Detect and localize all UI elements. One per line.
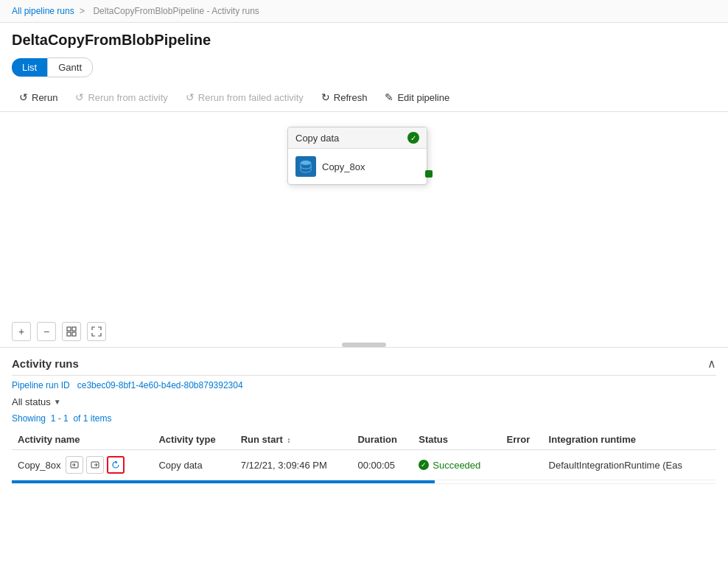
green-block-indicator (425, 170, 433, 178)
col-run-start-label: Run start (241, 434, 283, 445)
showing-label: Showing (12, 413, 46, 424)
output-icon (91, 460, 99, 469)
copy-data-icon (295, 156, 316, 177)
col-integration-runtime: Integration runtime (543, 429, 716, 450)
col-error: Error (501, 429, 543, 450)
rerun-from-activity-label: Rerun from activity (88, 92, 167, 103)
col-activity-type-label: Activity type (158, 434, 215, 445)
edit-icon: ✎ (385, 91, 393, 103)
table-header: Activity name Activity type Run start ↕ … (12, 429, 716, 450)
expand-icon (91, 326, 102, 337)
section-title: Activity runs (12, 357, 79, 370)
col-status-label: Status (419, 434, 448, 445)
breadcrumb-current: DeltaCopyFromBlobPipeline - Activity run… (93, 6, 259, 16)
refresh-label: Refresh (334, 92, 368, 103)
svg-rect-5 (72, 332, 76, 336)
progress-bar-cell (12, 480, 716, 484)
showing-count: Showing 1 - 1 of 1 items (12, 410, 716, 429)
col-run-start[interactable]: Run start ↕ (235, 429, 352, 450)
toggle-list-button[interactable]: List (12, 58, 47, 77)
progress-bar (12, 480, 435, 483)
cell-status: ✓ Succeeded (413, 450, 500, 480)
toolbar: ↺ Rerun ↺ Rerun from activity ↺ Rerun fr… (0, 83, 728, 112)
expand-button[interactable] (87, 322, 106, 341)
col-integration-runtime-label: Integration runtime (549, 434, 636, 445)
svg-rect-3 (72, 327, 76, 331)
activity-popup-title: Copy data (295, 133, 339, 144)
row-rerun-button[interactable] (107, 456, 125, 474)
breadcrumb-separator: > (80, 6, 85, 16)
col-duration-label: Duration (357, 434, 396, 445)
runs-table: Activity name Activity type Run start ↕ … (12, 429, 716, 484)
pipeline-run-id-label: Pipeline run ID (12, 380, 70, 390)
sort-icon: ↕ (287, 436, 290, 444)
activity-popup[interactable]: Copy data ✓ Copy_8ox (287, 127, 427, 185)
table-body: Copy_8ox (12, 450, 716, 484)
zoom-out-button[interactable]: − (37, 322, 56, 341)
fit-view-button[interactable] (62, 322, 81, 341)
status-succeeded: ✓ Succeeded (419, 460, 494, 471)
status-text: Succeeded (433, 460, 480, 471)
canvas-area: Copy data ✓ Copy_8ox + − (0, 112, 728, 348)
col-status: Status (413, 429, 500, 450)
rerun-from-failed-label: Rerun from failed activity (198, 92, 304, 103)
canvas-zoom-toolbar: + − (12, 322, 106, 341)
rerun-label: Rerun (32, 92, 57, 103)
rerun-activity-icon: ↺ (75, 91, 84, 103)
col-activity-type: Activity type (153, 429, 234, 450)
activity-runs-section: Activity runs ∧ Pipeline run ID ce3bec09… (0, 348, 728, 484)
row-actions (66, 456, 125, 474)
svg-rect-2 (67, 327, 71, 331)
rerun-from-activity-button[interactable]: ↺ Rerun from activity (68, 88, 175, 107)
pipeline-run-id: Pipeline run ID ce3bec09-8bf1-4e60-b4ed-… (12, 376, 716, 393)
page-title: DeltaCopyFromBlobPipeline (0, 23, 728, 55)
col-error-label: Error (507, 434, 531, 445)
refresh-button[interactable]: ↻ Refresh (314, 88, 375, 107)
svg-point-1 (301, 161, 311, 165)
activity-success-indicator: ✓ (407, 132, 419, 144)
col-duration: Duration (351, 429, 413, 450)
table-row: Copy_8ox (12, 450, 716, 480)
row-output-button[interactable] (86, 456, 104, 474)
col-activity-name: Activity name (12, 429, 153, 450)
cell-activity-type: Copy data (153, 450, 234, 480)
svg-rect-4 (67, 332, 71, 336)
col-activity-name-label: Activity name (18, 434, 80, 445)
showing-of: of 1 items (73, 413, 111, 424)
section-header: Activity runs ∧ (12, 348, 716, 376)
pipeline-run-id-value: ce3bec09-8bf1-4e60-b4ed-80b879392304 (77, 380, 243, 390)
status-filter-label: All status (12, 396, 51, 407)
rerun-row-icon (111, 460, 120, 469)
status-filter[interactable]: All status ▼ (12, 393, 716, 410)
input-icon (70, 460, 79, 469)
zoom-in-button[interactable]: + (12, 322, 31, 341)
status-success-dot: ✓ (419, 460, 429, 470)
copy-data-svg (298, 159, 313, 174)
row-activity-name-text: Copy_8ox (18, 460, 61, 471)
view-toggle: List Gantt (0, 55, 728, 83)
activity-popup-header: Copy data ✓ (288, 127, 427, 149)
fit-view-icon (66, 326, 77, 337)
horizontal-scrollbar[interactable] (342, 343, 386, 347)
table-header-row: Activity name Activity type Run start ↕ … (12, 429, 716, 450)
edit-pipeline-label: Edit pipeline (397, 92, 449, 103)
cell-duration: 00:00:05 (351, 450, 413, 480)
row-input-button[interactable] (66, 456, 83, 474)
chevron-down-icon: ▼ (54, 398, 61, 406)
rerun-from-failed-button[interactable]: ↺ Rerun from failed activity (178, 88, 311, 107)
activity-popup-body: Copy_8ox (288, 149, 427, 184)
cell-run-start: 7/12/21, 3:09:46 PM (235, 450, 352, 480)
rerun-failed-icon: ↺ (186, 91, 195, 103)
rerun-button[interactable]: ↺ Rerun (12, 88, 65, 107)
cell-error (501, 450, 543, 480)
breadcrumb: All pipeline runs > DeltaCopyFromBlobPip… (0, 0, 728, 23)
progress-bar-row (12, 480, 716, 484)
activity-popup-name: Copy_8ox (322, 161, 365, 172)
refresh-icon: ↻ (321, 91, 330, 103)
cell-activity-name: Copy_8ox (12, 450, 153, 480)
breadcrumb-link-pipeline-runs[interactable]: All pipeline runs (12, 6, 74, 16)
rerun-icon: ↺ (19, 91, 28, 103)
collapse-button[interactable]: ∧ (707, 357, 716, 371)
toggle-gantt-button[interactable]: Gantt (47, 57, 93, 77)
edit-pipeline-button[interactable]: ✎ Edit pipeline (377, 88, 457, 107)
